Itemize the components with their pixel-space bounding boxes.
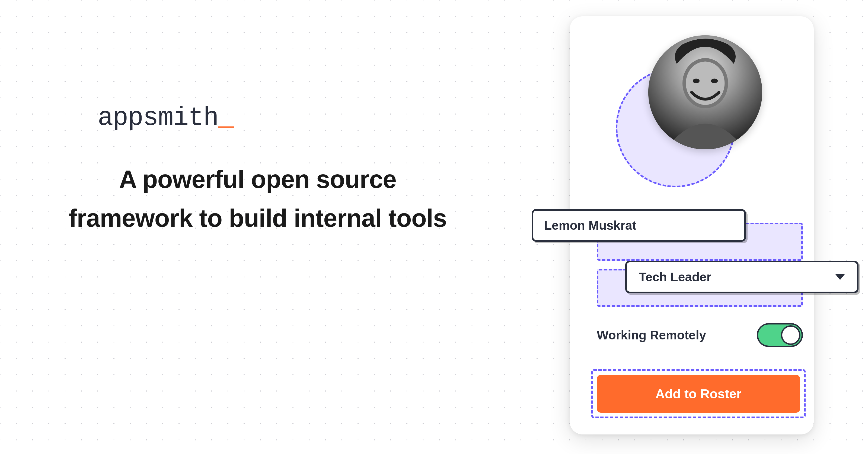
role-select[interactable]: Tech Leader (625, 261, 859, 293)
brand-name-text: appsmith (98, 103, 218, 133)
tagline-text: A powerful open source framework to buil… (54, 160, 461, 237)
brand-cursor-icon: _ (218, 103, 234, 133)
add-to-roster-button[interactable]: Add to Roster (597, 375, 800, 413)
role-select-value: Tech Leader (639, 269, 712, 284)
name-input[interactable]: Lemon Muskrat (532, 209, 746, 242)
brand-logo: appsmith_ (54, 103, 461, 133)
submit-button-label: Add to Roster (655, 387, 741, 401)
profile-form-card: Lemon Muskrat Tech Leader Working Remote… (569, 16, 814, 434)
avatar-placeholder-icon (648, 35, 762, 149)
remote-toggle-label: Working Remotely (597, 328, 706, 342)
name-input-value: Lemon Muskrat (544, 218, 637, 233)
remote-toggle[interactable] (757, 323, 803, 347)
svg-point-3 (693, 79, 700, 83)
svg-point-4 (711, 79, 718, 83)
chevron-down-icon (835, 274, 845, 280)
avatar-area (627, 35, 757, 166)
avatar (648, 35, 762, 149)
toggle-knob (781, 325, 801, 345)
